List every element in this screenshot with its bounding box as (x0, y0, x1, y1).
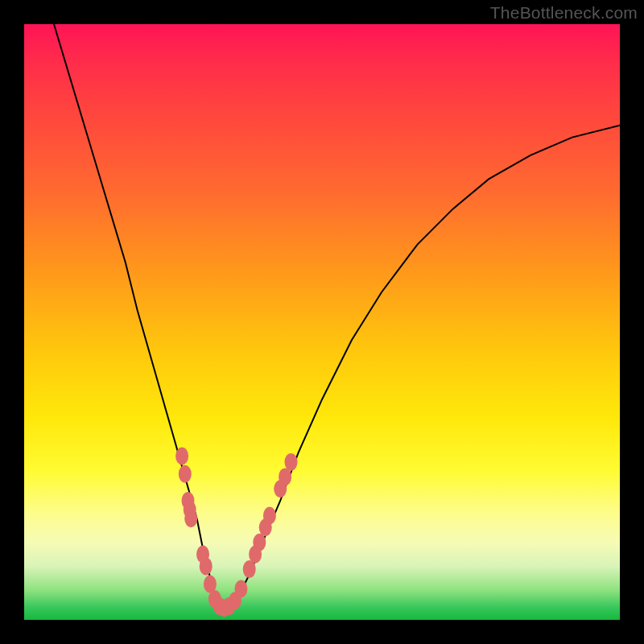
marker-dot (263, 507, 276, 525)
curve-svg (24, 24, 620, 620)
marker-dot (253, 534, 266, 551)
plot-area (24, 24, 620, 620)
bottleneck-curve (54, 24, 620, 608)
marker-dot (234, 580, 247, 598)
watermark-text: TheBottleneck.com (490, 3, 638, 23)
marker-dot (175, 448, 188, 465)
marker-dot (285, 453, 298, 471)
marker-dot (200, 557, 213, 575)
marker-dot (243, 560, 256, 578)
marker-dot (179, 465, 192, 483)
curve-markers (175, 448, 297, 617)
chart-frame: TheBottleneck.com (0, 0, 644, 644)
marker-dot (279, 468, 291, 485)
marker-dot (184, 510, 197, 527)
